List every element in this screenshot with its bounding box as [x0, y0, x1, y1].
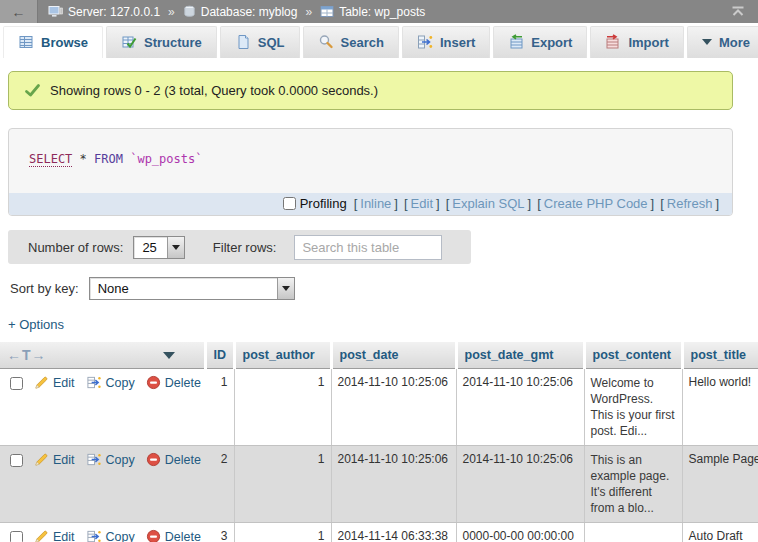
cell-id: 2 [205, 446, 234, 523]
pencil-icon [34, 452, 49, 467]
copy-row-button[interactable]: Copy [86, 529, 135, 542]
bracket: ] [394, 196, 398, 211]
table-icon [320, 5, 334, 18]
profiling-checkbox[interactable] [283, 197, 296, 210]
export-icon [508, 34, 524, 50]
cell-post-author: 1 [234, 446, 331, 523]
column-header-post-title[interactable]: post_title [682, 342, 758, 369]
row-actions-cell: Edit Copy Delete [0, 523, 205, 542]
breadcrumb-server-label: Server: 127.0.0.1 [68, 5, 160, 19]
row-checkbox[interactable] [10, 531, 23, 542]
tab-browse-label: Browse [41, 35, 88, 50]
copy-icon [86, 452, 102, 467]
cell-post-title: Auto Draft [682, 523, 758, 542]
cell-post-date-gmt: 0000-00-00 00:00:00 [456, 523, 584, 542]
copy-row-button[interactable]: Copy [86, 375, 135, 390]
row-display-direction-icon[interactable]: ←T→ [7, 347, 47, 363]
breadcrumb-separator: » [168, 5, 175, 19]
tab-export-label: Export [531, 35, 572, 50]
database-icon [183, 5, 196, 18]
pencil-icon [34, 375, 49, 390]
column-header-post-date[interactable]: post_date [331, 342, 456, 369]
tab-more[interactable]: More [687, 26, 758, 58]
tab-insert[interactable]: Insert [402, 26, 490, 58]
cell-post-content [584, 523, 682, 542]
column-header-post-content[interactable]: post_content [584, 342, 682, 369]
breadcrumb-database-label: Database: myblog [201, 5, 298, 19]
rows-control-bar: Number of rows: 25 Filter rows: [8, 230, 471, 264]
sql-query-text: SELECT * FROM `wp_posts` [9, 129, 732, 193]
delete-icon [146, 529, 161, 542]
tab-sql[interactable]: SQL [220, 26, 300, 58]
copy-row-button[interactable]: Copy [86, 452, 135, 467]
cell-post-author: 1 [234, 369, 331, 446]
column-header-post-author[interactable]: post_author [234, 342, 331, 369]
tab-search[interactable]: Search [303, 26, 399, 58]
copy-link-label: Copy [106, 376, 135, 390]
edit-row-button[interactable]: Edit [34, 452, 75, 467]
collapse-panel-button[interactable] [730, 6, 746, 17]
chevron-down-icon [172, 245, 180, 250]
tab-export[interactable]: Export [493, 26, 587, 58]
number-of-rows-select[interactable]: 25 [133, 236, 184, 259]
success-check-icon [24, 83, 41, 98]
select-dropdown-button[interactable] [167, 237, 184, 258]
column-header-post-date-gmt[interactable]: post_date_gmt [456, 342, 584, 369]
sort-by-key-value: None [90, 278, 139, 299]
select-dropdown-button[interactable] [277, 278, 294, 299]
tab-structure[interactable]: Structure [106, 26, 217, 58]
breadcrumb-server[interactable]: Server: 127.0.0.1 [48, 5, 160, 19]
delete-row-button[interactable]: Delete [146, 375, 201, 390]
delete-row-button[interactable]: Delete [146, 529, 201, 542]
inline-link[interactable]: Inline [360, 196, 391, 211]
bracket: [ [354, 196, 358, 211]
copy-link-label: Copy [106, 530, 135, 542]
sql-keyword-select[interactable]: SELECT [29, 152, 72, 167]
sort-by-key-label: Sort by key: [10, 281, 79, 296]
tab-structure-label: Structure [144, 35, 202, 50]
results-table: ←T→ ID post_author post_date post_date_g… [0, 342, 758, 542]
options-toggle-link[interactable]: + Options [8, 317, 64, 332]
create-php-code-link[interactable]: Create PHP Code [544, 196, 648, 211]
success-message-text: Showing rows 0 - 2 (3 total, Query took … [50, 83, 378, 98]
cell-post-date: 2014-11-10 10:25:06 [331, 446, 456, 523]
breadcrumb-table[interactable]: Table: wp_posts [320, 5, 425, 19]
success-message: Showing rows 0 - 2 (3 total, Query took … [8, 71, 733, 110]
row-actions-cell: Edit Copy Delete [0, 369, 205, 446]
row-checkbox[interactable] [10, 454, 23, 467]
cell-post-title: Hello world! [682, 369, 758, 446]
tab-more-label: More [719, 35, 750, 50]
chevron-down-icon [282, 286, 290, 291]
browse-icon [18, 34, 34, 50]
cell-post-date-gmt: 2014-11-10 10:25:06 [456, 369, 584, 446]
sort-by-key-select[interactable]: None [89, 277, 295, 300]
cell-id: 3 [205, 523, 234, 542]
cell-post-date-gmt: 2014-11-10 10:25:06 [456, 446, 584, 523]
tab-sql-label: SQL [258, 35, 285, 50]
delete-icon [146, 375, 161, 390]
delete-row-button[interactable]: Delete [146, 452, 201, 467]
structure-icon [121, 34, 137, 50]
sort-column-icon[interactable] [163, 352, 175, 359]
column-header-id[interactable]: ID [205, 342, 234, 369]
tab-import[interactable]: Import [590, 26, 683, 58]
edit-query-link[interactable]: Edit [411, 196, 433, 211]
table-row: Edit Copy Delete 3 1 2014-11-14 06:33:38… [0, 523, 758, 542]
refresh-link[interactable]: Refresh [667, 196, 713, 211]
row-checkbox[interactable] [10, 377, 23, 390]
bracket: [ [537, 196, 541, 211]
tab-import-label: Import [628, 35, 668, 50]
edit-row-button[interactable]: Edit [34, 529, 75, 542]
back-button[interactable]: ← [0, 0, 38, 23]
delete-icon [146, 452, 161, 467]
edit-row-button[interactable]: Edit [34, 375, 75, 390]
cell-post-content: Welcome to WordPress. This is your first… [584, 369, 682, 446]
tab-browse[interactable]: Browse [3, 26, 103, 58]
explain-sql-link[interactable]: Explain SQL [452, 196, 524, 211]
profiling-label[interactable]: Profiling [300, 196, 347, 211]
bracket: ] [651, 196, 655, 211]
breadcrumb-database[interactable]: Database: myblog [183, 5, 298, 19]
filter-rows-input[interactable] [294, 235, 442, 260]
sql-table-identifier: `wp_posts` [123, 152, 202, 166]
cell-post-author: 1 [234, 523, 331, 542]
